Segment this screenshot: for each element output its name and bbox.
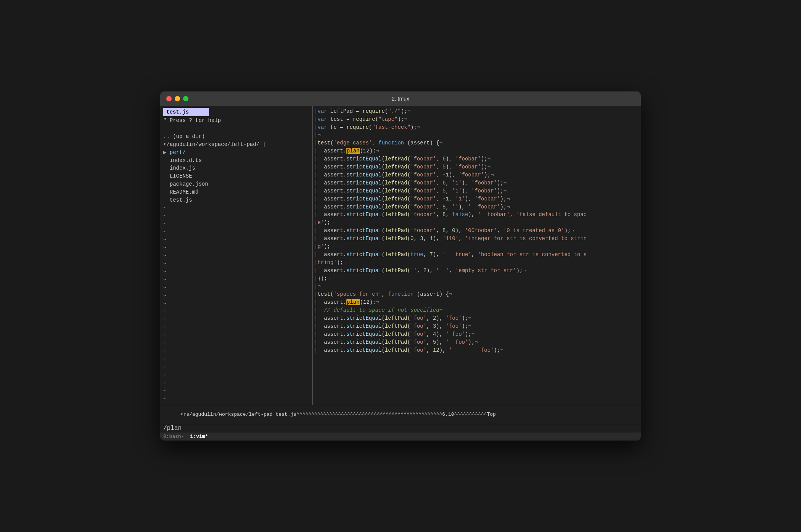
code-line-11: | assert.strictEqual(leftPad('foobar', 5… [313,187,641,195]
code-line-4: |¬ [313,131,641,139]
tilde-18: ~ [160,340,312,348]
code-line-16: | assert.strictEqual(leftPad(0, 3, 1), '… [313,235,641,243]
tilde-13: ~ [160,300,312,308]
tilde-9: ~ [160,268,312,276]
code-line-21: |test('spaces for ch', function (assert)… [313,290,641,298]
tilde-8: ~ [160,260,312,268]
left-pane-header: test.js [163,108,209,116]
code-line-20: |¬ [313,282,641,290]
terminal-window: 2. tmux test.js " Press ? for help .. (u… [160,91,641,441]
left-pane: test.js " Press ? for help .. (up a dir)… [160,106,313,405]
tilde-2: ~ [160,212,312,220]
code-line-23: | // default to space if not specified¬ [313,306,641,314]
tilde-12: ~ [160,292,312,300]
code-line-17b: |tring');¬ [313,259,641,267]
code-line-17: | assert.strictEqual(leftPad(true, 7), '… [313,251,641,259]
status-bar-text: <rs/agudulin/workspace/left-pad test.js^… [180,412,496,417]
status-bar: <rs/agudulin/workspace/left-pad test.js^… [160,405,641,424]
tilde-5: ~ [160,236,312,244]
file-readme[interactable]: README.md [160,188,312,196]
code-line-27: | assert.strictEqual(leftPad('foo', 5), … [313,338,641,346]
code-line-18: | assert.strictEqual(leftPad('', 2), ' '… [313,267,641,275]
tilde-11: ~ [160,284,312,292]
file-index-dts[interactable]: index.d.ts [160,157,312,165]
code-line-19: |});¬ [313,275,641,283]
tilde-7: ~ [160,252,312,260]
terminal-body: test.js " Press ? for help .. (up a dir)… [160,106,641,405]
parent-dir[interactable]: .. (up a dir) [160,133,312,141]
tilde-1: ~ [160,204,312,212]
code-line-22: | assert.plan(12);¬ [313,298,641,306]
right-pane: |var leftPad = require("./");¬ |var test… [313,106,641,405]
current-dir: </agudulin/workspace/left-pad/ | [160,141,312,149]
help-line: " Press ? for help [160,117,312,125]
code-line-5: |test('edge cases', function (assert) {¬ [313,139,641,147]
code-line-9: | assert.strictEqual(leftPad('foobar', -… [313,171,641,179]
code-line-25: | assert.strictEqual(leftPad('foo', 3), … [313,322,641,330]
code-line-24: | assert.strictEqual(leftPad('foo', 2), … [313,314,641,322]
file-license[interactable]: LICENSE [160,172,312,180]
tilde-6: ~ [160,244,312,252]
window-title: 2. tmux [392,96,409,102]
code-line-1: |var leftPad = require("./");¬ [313,107,641,115]
code-line-6: | assert.plan(12);¬ [313,147,641,155]
code-line-14b: |e');¬ [313,219,641,227]
tab-vim[interactable]: 1:vim* [190,434,208,439]
tilde-20: ~ [160,356,312,364]
file-test-js[interactable]: test.js [160,196,312,204]
tilde-16: ~ [160,324,312,332]
titlebar: 2. tmux [160,91,641,106]
tilde-23: ~ [160,380,312,388]
command-line[interactable]: /plan [163,425,182,432]
tab-bash[interactable]: 0:bash- [163,434,184,439]
traffic-lights [166,96,188,101]
code-line-7: | assert.strictEqual(leftPad('foobar', 6… [313,155,641,163]
tilde-15: ~ [160,316,312,324]
tilde-10: ~ [160,276,312,284]
tilde-19: ~ [160,348,312,356]
code-line-14: | assert.strictEqual(leftPad('foobar', 8… [313,211,641,219]
minimize-button[interactable] [175,96,180,101]
code-line-12: | assert.strictEqual(leftPad('foobar', -… [313,195,641,203]
code-line-28: | assert.strictEqual(leftPad('foo', 12),… [313,346,641,354]
file-index-js[interactable]: index.js [160,164,312,172]
code-line-3: |var fc = require("fast-check");¬ [313,123,641,131]
code-line-16b: |g');¬ [313,243,641,251]
close-button[interactable] [166,96,172,101]
code-line-2: |var test = require("tape");¬ [313,115,641,123]
tilde-14: ~ [160,308,312,316]
tilde-25: ~ [160,395,312,403]
code-line-8: | assert.strictEqual(leftPad('foobar', 5… [313,163,641,171]
code-line-26: | assert.strictEqual(leftPad('foo', 4), … [313,330,641,338]
dir-perf[interactable]: ▶ perf/ [160,149,312,157]
file-package-json[interactable]: package.json [160,180,312,188]
code-line-13: | assert.strictEqual(leftPad('foobar', 8… [313,203,641,211]
tilde-21: ~ [160,364,312,372]
tilde-3: ~ [160,220,312,228]
code-line-10: | assert.strictEqual(leftPad('foobar', 6… [313,179,641,187]
fullscreen-button[interactable] [183,96,188,101]
tilde-24: ~ [160,387,312,395]
tilde-4: ~ [160,228,312,236]
tmux-tab-bar: 0:bash- 1:vim* [160,433,641,441]
tilde-17: ~ [160,332,312,340]
empty-line-1 [160,125,312,133]
tilde-22: ~ [160,372,312,380]
code-line-15: | assert.strictEqual(leftPad('foobar', 8… [313,227,641,235]
